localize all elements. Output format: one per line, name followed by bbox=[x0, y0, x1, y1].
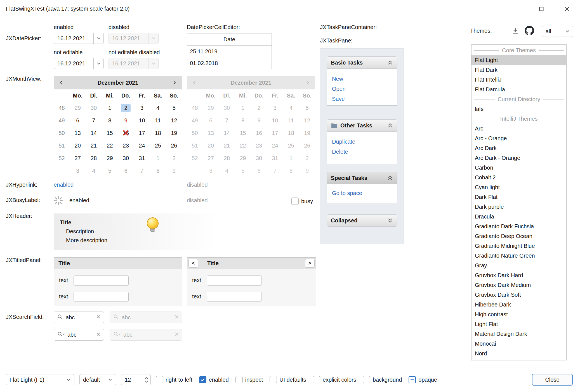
minimize-button[interactable] bbox=[503, 0, 529, 18]
checkbox-box[interactable] bbox=[199, 376, 206, 383]
calendar-day[interactable]: 25 bbox=[150, 139, 166, 152]
theme-item-arc-dark[interactable]: Arc Dark bbox=[471, 143, 566, 153]
taskpane-link-duplicate[interactable]: Duplicate bbox=[327, 137, 397, 147]
theme-item-material-design-dark[interactable]: Material Design Dark bbox=[471, 329, 566, 339]
calendar-day[interactable]: 31 bbox=[134, 152, 150, 165]
calendar-day[interactable]: 5 bbox=[102, 165, 118, 177]
theme-item-gruvbox-dark-soft[interactable]: Gruvbox Dark Soft bbox=[471, 290, 566, 300]
close-window-button[interactable] bbox=[554, 0, 580, 18]
theme-item-high-contrast[interactable]: High contrast bbox=[471, 310, 566, 319]
github-icon[interactable] bbox=[525, 26, 534, 35]
taskpane-header[interactable]: Basic Tasks bbox=[327, 56, 397, 69]
calendar-day[interactable]: 20 bbox=[70, 139, 86, 152]
calendar-day[interactable]: 24 bbox=[134, 139, 150, 152]
calendar-day[interactable]: 19 bbox=[166, 127, 182, 139]
calendar-day[interactable]: 9 bbox=[166, 165, 182, 177]
calendar-day[interactable]: 1 bbox=[150, 152, 166, 165]
panel-right-button[interactable]: > bbox=[305, 259, 315, 268]
busy-checkbox[interactable]: busy bbox=[291, 198, 313, 205]
datepicker-dropdown-button[interactable] bbox=[93, 33, 103, 44]
theme-item-carbon[interactable]: Carbon bbox=[471, 163, 566, 173]
calendar-day[interactable]: 11 bbox=[150, 114, 166, 127]
text-input[interactable] bbox=[207, 275, 262, 286]
checkbox-right-to-left[interactable]: right-to-left bbox=[156, 376, 192, 383]
theme-item-nord[interactable]: Nord bbox=[471, 349, 566, 358]
checkbox-box[interactable] bbox=[270, 376, 277, 383]
calendar-day[interactable]: 10 bbox=[134, 114, 150, 127]
calendar-day[interactable]: 26 bbox=[166, 139, 182, 152]
taskpane-link-new[interactable]: New bbox=[327, 74, 397, 84]
table-row[interactable]: 01.02.2018 bbox=[187, 57, 272, 69]
theme-item-cobalt-2[interactable]: Cobalt 2 bbox=[471, 173, 566, 182]
maximize-button[interactable] bbox=[529, 0, 554, 18]
calendar-day[interactable]: 17 bbox=[134, 127, 150, 139]
search-field-with-menu[interactable]: abc bbox=[54, 329, 104, 341]
calendar-prev-icon[interactable] bbox=[55, 76, 68, 89]
taskpane-header[interactable]: Collapsed bbox=[327, 214, 397, 227]
checkbox-box[interactable] bbox=[156, 376, 163, 383]
theme-item-arc-orange[interactable]: Arc - Orange bbox=[471, 134, 566, 143]
calendar-day[interactable]: 6 bbox=[70, 114, 86, 127]
calendar-day[interactable]: 30 bbox=[86, 102, 102, 114]
theme-item-flat-darcula[interactable]: Flat Darcula bbox=[471, 85, 566, 94]
calendar-next-icon[interactable] bbox=[168, 76, 181, 89]
calendar-day[interactable]: 29 bbox=[70, 102, 86, 114]
calendar-day[interactable]: 7 bbox=[134, 165, 150, 177]
calendar-day[interactable]: 14 bbox=[86, 127, 102, 139]
busy-checkbox-box[interactable] bbox=[291, 198, 299, 205]
search-menu-icon[interactable] bbox=[57, 331, 65, 339]
font-size-value[interactable]: 12 bbox=[121, 377, 142, 383]
hyperlink-enabled[interactable]: enabled bbox=[54, 182, 74, 188]
theme-item-hiberbee-dark[interactable]: Hiberbee Dark bbox=[471, 300, 566, 310]
calendar-day[interactable]: 7 bbox=[86, 114, 102, 127]
calendar-day[interactable]: 2 bbox=[166, 152, 182, 165]
checkbox-inspect[interactable]: inspect bbox=[235, 376, 263, 383]
clear-icon[interactable] bbox=[96, 332, 101, 338]
download-icon[interactable] bbox=[511, 27, 519, 35]
checkbox-enabled[interactable]: enabled bbox=[199, 376, 229, 383]
datepicker-enabled-field[interactable]: 16.12.2021 bbox=[54, 33, 104, 44]
theme-item-light-flat[interactable]: Light Flat bbox=[471, 319, 566, 329]
search-text[interactable]: abc bbox=[67, 332, 94, 338]
calendar-day[interactable]: 6 bbox=[118, 165, 134, 177]
clear-icon[interactable] bbox=[96, 314, 101, 321]
theme-item-gradianto-deep-ocean[interactable]: Gradianto Deep Ocean bbox=[471, 231, 566, 241]
calendar-day[interactable]: 2 bbox=[118, 102, 134, 114]
theme-item-lafs[interactable]: lafs bbox=[471, 104, 566, 114]
taskpane-link-delete[interactable]: Delete bbox=[327, 147, 397, 157]
collapse-chevron-icon[interactable] bbox=[387, 122, 393, 129]
style-combo[interactable]: default bbox=[79, 374, 116, 385]
calendar-day[interactable]: 5 bbox=[166, 102, 182, 114]
calendar-day[interactable]: 4 bbox=[86, 165, 102, 177]
theme-item-gradianto-midnight-blue[interactable]: Gradianto Midnight Blue bbox=[471, 241, 566, 251]
theme-item-gray[interactable]: Gray bbox=[471, 261, 566, 270]
theme-item-flat-intellij[interactable]: Flat IntelliJ bbox=[471, 75, 566, 85]
checkbox-explicit-colors[interactable]: explicit colors bbox=[313, 376, 356, 383]
calendar-day[interactable]: 22 bbox=[102, 139, 118, 152]
calendar-day[interactable]: 23 bbox=[118, 139, 134, 152]
spinner-arrows[interactable] bbox=[142, 374, 150, 385]
table-row[interactable]: 25.11.2019 bbox=[187, 46, 272, 57]
taskpane-header[interactable]: Other Tasks bbox=[327, 119, 397, 132]
theme-item-cyan-light[interactable]: Cyan light bbox=[471, 182, 566, 192]
calendar-day[interactable]: 30 bbox=[118, 152, 134, 165]
theme-item-monocai[interactable]: Monocai bbox=[471, 339, 566, 349]
taskpane-link-open[interactable]: Open bbox=[327, 84, 397, 94]
theme-item-flat-dark[interactable]: Flat Dark bbox=[471, 65, 566, 75]
calendar-day[interactable]: 15 bbox=[102, 127, 118, 139]
text-input[interactable] bbox=[74, 275, 129, 286]
theme-item-gruvbox-dark-hard[interactable]: Gruvbox Dark Hard bbox=[471, 270, 566, 280]
theme-item-dark-flat[interactable]: Dark Flat bbox=[471, 192, 566, 202]
calendar-day[interactable]: 28 bbox=[86, 152, 102, 165]
themes-filter-combo[interactable]: all bbox=[542, 26, 573, 37]
checkbox-ui-defaults[interactable]: UI defaults bbox=[270, 376, 306, 383]
checkbox-background[interactable]: background bbox=[363, 376, 402, 383]
panel-left-button[interactable]: < bbox=[188, 259, 198, 268]
font-size-spinner[interactable]: 12 bbox=[121, 374, 151, 385]
checkbox-opaque[interactable]: opaque bbox=[409, 376, 437, 383]
theme-item-flat-light[interactable]: Flat Light bbox=[471, 55, 566, 65]
checkbox-box[interactable] bbox=[363, 376, 370, 383]
search-field-enabled[interactable]: abc bbox=[54, 312, 104, 323]
datepicker-value[interactable]: 16.12.2021 bbox=[54, 35, 93, 42]
collapse-chevron-icon[interactable] bbox=[387, 60, 393, 66]
